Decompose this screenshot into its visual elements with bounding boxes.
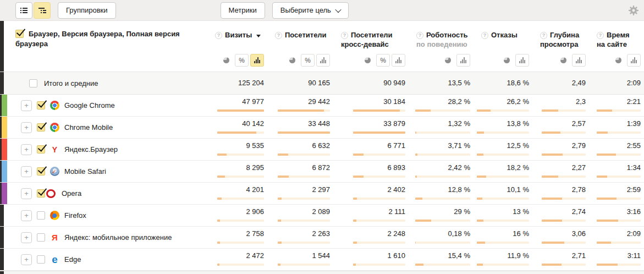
cell-value: 0,18 % [448, 229, 470, 238]
row-checkbox[interactable] [37, 145, 45, 154]
bar-chart-toggle[interactable] [316, 54, 330, 67]
expand-row-button[interactable]: + [21, 210, 32, 221]
table-row: + Opera 4 201 2 297 2 402 12,8 % 10,1 % … [0, 183, 644, 205]
table-header: Браузер, Версия браузера, Полная версия … [0, 21, 644, 72]
pie-chart-toggle[interactable] [285, 54, 299, 67]
pie-chart-toggle[interactable] [219, 54, 233, 67]
bar-chart-toggle[interactable] [572, 54, 586, 67]
column-title-depth[interactable]: ?Глубина просмотра [540, 30, 586, 49]
chevron-down-icon [335, 6, 341, 12]
dimension-header-cell: Браузер, Версия браузера, Полная версия … [7, 21, 204, 72]
expand-row-button[interactable]: + [21, 144, 32, 155]
cell-value: 18,2 % [507, 163, 529, 172]
cell-value: 2 089 [312, 207, 330, 216]
cell-value: 1,32 % [448, 119, 470, 128]
pie-chart-toggle[interactable] [441, 54, 455, 67]
metric-bar [353, 154, 405, 156]
cell-value: 9 535 [246, 141, 264, 150]
row-label: Mobile Safari [64, 167, 106, 176]
toolbar: Группировки Метрики Выберите цель [0, 0, 644, 21]
row-checkbox[interactable] [37, 101, 45, 109]
pie-chart-icon [615, 57, 621, 63]
expand-row-button[interactable]: + [21, 100, 32, 111]
bar-chart-toggle[interactable] [392, 54, 405, 67]
pie-chart-toggle[interactable] [557, 54, 570, 67]
expand-row-button[interactable]: + [21, 122, 32, 133]
browser-icon [46, 189, 56, 198]
metrics-button[interactable]: Метрики [221, 2, 265, 19]
expand-row-button[interactable]: + [21, 254, 32, 265]
bar-chart-toggle[interactable] [627, 54, 641, 67]
column-title-robotness[interactable]: ?Роботность по поведению [416, 30, 470, 49]
cell-value: 26,2 % [507, 97, 529, 106]
bar-chart-toggle[interactable] [515, 54, 529, 67]
select-all-checkbox[interactable] [15, 30, 24, 38]
gear-icon[interactable] [628, 5, 639, 16]
column-title-visitors[interactable]: ?Посетители [275, 30, 330, 40]
metric-bar [477, 131, 529, 134]
column-title-time-on-site[interactable]: ?Время на сайте [597, 30, 641, 49]
cell-value: 29 442 [308, 97, 330, 106]
cell-value: 1 544 [312, 251, 330, 260]
percent-icon: % [239, 57, 245, 64]
pie-chart-icon [445, 57, 451, 63]
bar-chart-icon [631, 57, 637, 63]
column-title-visits[interactable]: ?Визиты [215, 30, 264, 40]
expand-row-button[interactable]: + [21, 166, 32, 177]
browser-icon [50, 255, 59, 264]
row-color-marker [0, 139, 7, 160]
expand-row-button[interactable]: + [21, 188, 32, 199]
pie-chart-icon [289, 57, 295, 63]
table-body: + Google Chrome 47 977 29 442 30 184 28,… [0, 95, 644, 271]
cell-value: 2:21 [627, 97, 641, 106]
plus-icon: + [24, 102, 29, 109]
column-title-cross-device[interactable]: ?Посетители кросс-девайс [341, 30, 405, 49]
cell-value: 6 872 [312, 163, 330, 172]
cell-value: 6 893 [387, 163, 405, 172]
column-title-bounces[interactable]: ?Отказы [481, 30, 529, 40]
row-color-marker [0, 161, 7, 182]
row-checkbox[interactable] [37, 211, 45, 220]
bar-chart-toggle[interactable] [456, 54, 470, 67]
table-row: + Edge 2 472 1 544 1 610 15,4 % 11,9 % 2… [0, 249, 644, 271]
metric-bar [477, 264, 529, 266]
row-checkbox[interactable] [37, 123, 45, 131]
bar-chart-icon [254, 57, 260, 63]
row-checkbox[interactable] [37, 189, 45, 198]
totals-row: Итого и средние 125 204 90 165 90 949 13… [0, 72, 644, 95]
percent-toggle[interactable]: % [235, 54, 249, 67]
chart-toggle-group [481, 54, 529, 67]
tree-view-toggle[interactable] [34, 2, 51, 19]
pie-chart-icon [365, 57, 371, 63]
metric-bar [542, 109, 586, 112]
percent-toggle[interactable]: % [376, 54, 390, 67]
metric-bar [542, 176, 586, 178]
select-goal-button[interactable]: Выберите цель [272, 2, 349, 19]
metric-bar [278, 131, 330, 134]
row-checkbox[interactable] [37, 255, 45, 264]
cell-value: 2,3 [576, 97, 586, 106]
groupings-button[interactable]: Группировки [58, 2, 116, 19]
help-icon: ? [597, 32, 604, 39]
pie-chart-toggle[interactable] [612, 54, 625, 67]
cell-value: 2 297 [312, 185, 330, 194]
row-checkbox[interactable] [37, 167, 45, 176]
row-name-cell: + Edge [7, 249, 204, 270]
column-header-bounces: ?Отказы [470, 21, 529, 72]
pie-chart-toggle[interactable] [361, 54, 375, 67]
expand-row-button[interactable]: + [21, 232, 32, 243]
table-row: + Яндекс: мобильное приложение 2 758 2 2… [0, 227, 644, 249]
metrika-report-table: Группировки Метрики Выберите цель [0, 0, 644, 274]
percent-toggle[interactable]: % [301, 54, 315, 67]
cell-value: 4 201 [246, 185, 264, 194]
bar-chart-toggle[interactable] [250, 54, 264, 67]
list-view-toggle[interactable] [15, 2, 32, 19]
row-label: Edge [64, 255, 81, 264]
row-checkbox[interactable] [37, 233, 45, 242]
totals-value: 90 165 [308, 79, 330, 87]
plus-icon: + [24, 146, 29, 153]
totals-checkbox[interactable] [29, 79, 37, 87]
row-name-cell: + Opera [7, 183, 204, 204]
bar-chart-icon [576, 57, 582, 63]
pie-chart-toggle[interactable] [500, 54, 514, 67]
